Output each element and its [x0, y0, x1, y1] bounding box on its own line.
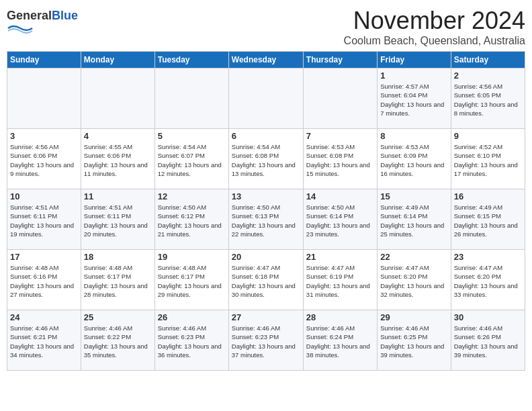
header-thursday: Thursday — [303, 52, 377, 68]
day-info: Sunrise: 4:51 AMSunset: 6:11 PMDaylight:… — [10, 203, 78, 238]
day-info: Sunrise: 4:48 AMSunset: 6:16 PMDaylight:… — [10, 263, 78, 299]
day-cell — [154, 68, 228, 129]
day-info: Sunrise: 4:54 AMSunset: 6:07 PMDaylight:… — [158, 142, 226, 178]
day-cell: 19Sunrise: 4:48 AMSunset: 6:17 PMDayligh… — [154, 250, 228, 310]
header-wednesday: Wednesday — [228, 52, 303, 68]
day-number: 30 — [454, 312, 522, 322]
day-info: Sunrise: 4:47 AMSunset: 6:20 PMDaylight:… — [454, 263, 522, 299]
day-info: Sunrise: 4:47 AMSunset: 6:19 PMDaylight:… — [306, 263, 374, 299]
day-cell: 12Sunrise: 4:50 AMSunset: 6:12 PMDayligh… — [154, 189, 228, 250]
day-number: 4 — [84, 131, 152, 141]
week-row-3: 17Sunrise: 4:48 AMSunset: 6:16 PMDayligh… — [7, 250, 525, 310]
day-cell: 3Sunrise: 4:56 AMSunset: 6:06 PMDaylight… — [7, 129, 81, 189]
day-cell: 23Sunrise: 4:47 AMSunset: 6:20 PMDayligh… — [451, 250, 525, 310]
day-cell: 5Sunrise: 4:54 AMSunset: 6:07 PMDaylight… — [154, 129, 228, 189]
day-info: Sunrise: 4:50 AMSunset: 6:14 PMDaylight:… — [306, 203, 374, 238]
day-cell: 25Sunrise: 4:46 AMSunset: 6:22 PMDayligh… — [81, 310, 154, 371]
header-saturday: Saturday — [451, 52, 525, 68]
day-info: Sunrise: 4:56 AMSunset: 6:05 PMDaylight:… — [454, 82, 522, 118]
day-info: Sunrise: 4:46 AMSunset: 6:24 PMDaylight:… — [306, 324, 374, 359]
logo-general: General — [7, 9, 52, 22]
day-number: 20 — [232, 252, 300, 262]
day-info: Sunrise: 4:49 AMSunset: 6:14 PMDaylight:… — [380, 203, 447, 238]
day-number: 26 — [158, 312, 226, 322]
day-cell: 20Sunrise: 4:47 AMSunset: 6:18 PMDayligh… — [228, 250, 303, 310]
day-number: 9 — [454, 131, 522, 141]
header: GeneralBlue November 2024 Coolum Beach, … — [7, 7, 525, 47]
day-info: Sunrise: 4:51 AMSunset: 6:11 PMDaylight:… — [84, 203, 152, 238]
day-number: 15 — [380, 191, 447, 201]
day-cell: 30Sunrise: 4:46 AMSunset: 6:26 PMDayligh… — [451, 310, 525, 371]
day-number: 12 — [158, 191, 226, 201]
day-cell — [303, 68, 377, 129]
logo: GeneralBlue — [7, 9, 78, 36]
day-number: 23 — [454, 252, 522, 262]
day-number: 22 — [380, 252, 447, 262]
day-cell: 4Sunrise: 4:55 AMSunset: 6:06 PMDaylight… — [81, 129, 154, 189]
day-info: Sunrise: 4:46 AMSunset: 6:26 PMDaylight:… — [454, 324, 522, 359]
day-number: 11 — [84, 191, 152, 201]
day-cell: 28Sunrise: 4:46 AMSunset: 6:24 PMDayligh… — [303, 310, 377, 371]
day-cell — [7, 68, 81, 129]
day-info: Sunrise: 4:46 AMSunset: 6:21 PMDaylight:… — [10, 324, 78, 359]
day-info: Sunrise: 4:52 AMSunset: 6:10 PMDaylight:… — [454, 142, 522, 178]
day-info: Sunrise: 4:47 AMSunset: 6:20 PMDaylight:… — [380, 263, 447, 299]
day-number: 7 — [306, 131, 374, 141]
day-number: 2 — [454, 71, 522, 81]
day-number: 18 — [84, 252, 152, 262]
day-cell: 7Sunrise: 4:53 AMSunset: 6:08 PMDaylight… — [303, 129, 377, 189]
day-info: Sunrise: 4:48 AMSunset: 6:17 PMDaylight:… — [84, 263, 152, 299]
day-cell: 6Sunrise: 4:54 AMSunset: 6:08 PMDaylight… — [228, 129, 303, 189]
day-number: 3 — [10, 131, 78, 141]
header-sunday: Sunday — [7, 52, 81, 68]
day-number: 29 — [380, 312, 447, 322]
day-number: 6 — [232, 131, 300, 141]
day-number: 17 — [10, 252, 78, 262]
week-row-0: 1Sunrise: 4:57 AMSunset: 6:04 PMDaylight… — [7, 68, 525, 129]
day-number: 27 — [232, 312, 300, 322]
day-cell: 15Sunrise: 4:49 AMSunset: 6:14 PMDayligh… — [378, 189, 451, 250]
day-cell: 24Sunrise: 4:46 AMSunset: 6:21 PMDayligh… — [7, 310, 81, 371]
day-info: Sunrise: 4:50 AMSunset: 6:12 PMDaylight:… — [158, 203, 226, 238]
day-info: Sunrise: 4:57 AMSunset: 6:04 PMDaylight:… — [380, 82, 447, 118]
month-title: November 2024 — [344, 7, 525, 35]
logo-icon — [7, 23, 34, 34]
day-info: Sunrise: 4:56 AMSunset: 6:06 PMDaylight:… — [10, 142, 78, 178]
day-number: 8 — [380, 131, 447, 141]
header-tuesday: Tuesday — [154, 52, 228, 68]
header-monday: Monday — [81, 52, 154, 68]
day-info: Sunrise: 4:46 AMSunset: 6:23 PMDaylight:… — [232, 324, 300, 359]
day-cell: 10Sunrise: 4:51 AMSunset: 6:11 PMDayligh… — [7, 189, 81, 250]
day-number: 24 — [10, 312, 78, 322]
week-row-2: 10Sunrise: 4:51 AMSunset: 6:11 PMDayligh… — [7, 189, 525, 250]
day-number: 25 — [84, 312, 152, 322]
day-cell: 26Sunrise: 4:46 AMSunset: 6:23 PMDayligh… — [154, 310, 228, 371]
day-number: 19 — [158, 252, 226, 262]
day-cell: 16Sunrise: 4:49 AMSunset: 6:15 PMDayligh… — [451, 189, 525, 250]
day-cell: 29Sunrise: 4:46 AMSunset: 6:25 PMDayligh… — [378, 310, 451, 371]
week-row-1: 3Sunrise: 4:56 AMSunset: 6:06 PMDaylight… — [7, 129, 525, 189]
day-cell: 1Sunrise: 4:57 AMSunset: 6:04 PMDaylight… — [378, 68, 451, 129]
week-row-4: 24Sunrise: 4:46 AMSunset: 6:21 PMDayligh… — [7, 310, 525, 371]
day-cell: 17Sunrise: 4:48 AMSunset: 6:16 PMDayligh… — [7, 250, 81, 310]
logo-blue: Blue — [52, 9, 78, 22]
calendar-header-row: SundayMondayTuesdayWednesdayThursdayFrid… — [7, 52, 525, 68]
day-number: 14 — [306, 191, 374, 201]
day-info: Sunrise: 4:55 AMSunset: 6:06 PMDaylight:… — [84, 142, 152, 178]
title-block: November 2024 Coolum Beach, Queensland, … — [344, 7, 525, 47]
day-number: 13 — [232, 191, 300, 201]
day-cell: 21Sunrise: 4:47 AMSunset: 6:19 PMDayligh… — [303, 250, 377, 310]
day-cell: 14Sunrise: 4:50 AMSunset: 6:14 PMDayligh… — [303, 189, 377, 250]
day-info: Sunrise: 4:46 AMSunset: 6:23 PMDaylight:… — [158, 324, 226, 359]
day-info: Sunrise: 4:46 AMSunset: 6:25 PMDaylight:… — [380, 324, 447, 359]
day-info: Sunrise: 4:54 AMSunset: 6:08 PMDaylight:… — [232, 142, 300, 178]
day-info: Sunrise: 4:46 AMSunset: 6:22 PMDaylight:… — [84, 324, 152, 359]
day-cell — [81, 68, 154, 129]
day-number: 28 — [306, 312, 374, 322]
day-number: 5 — [158, 131, 226, 141]
day-cell: 18Sunrise: 4:48 AMSunset: 6:17 PMDayligh… — [81, 250, 154, 310]
day-number: 16 — [454, 191, 522, 201]
calendar: SundayMondayTuesdayWednesdayThursdayFrid… — [7, 51, 525, 371]
location-title: Coolum Beach, Queensland, Australia — [344, 35, 525, 47]
day-cell: 8Sunrise: 4:53 AMSunset: 6:09 PMDaylight… — [378, 129, 451, 189]
